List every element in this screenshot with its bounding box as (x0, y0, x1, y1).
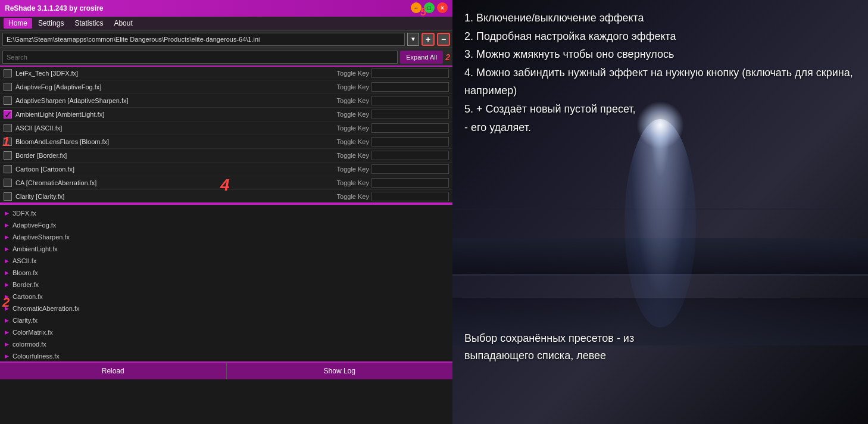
effect-checkbox[interactable] (4, 83, 12, 91)
effect-name: ASCII [ASCII.fx] (15, 124, 337, 132)
key-binding-box[interactable] (371, 151, 449, 160)
search-input[interactable] (2, 51, 398, 64)
remove-preset-button[interactable]: − (437, 33, 450, 46)
path-bar: ▼ + − (0, 30, 452, 48)
effects-list: LeiFx_Tech [3DFX.fx]Toggle KeyAdaptiveFo… (0, 66, 452, 202)
fx-arrow-icon: ▶ (5, 317, 9, 323)
effect-checkbox[interactable] (4, 124, 12, 132)
effect-row[interactable]: AdaptiveFog [AdaptiveFog.fx]Toggle Key (0, 80, 452, 94)
fx-list-item[interactable]: ▶ASCII.fx (0, 255, 452, 267)
info-line-6: - его удаляет. (464, 119, 862, 137)
effect-checkbox[interactable] (4, 96, 12, 105)
reload-button[interactable]: Reload (0, 363, 227, 379)
menu-bar: Home Settings Statistics About (0, 17, 452, 30)
path-input[interactable] (2, 33, 405, 46)
effect-row[interactable]: AdaptiveSharpen [AdaptiveSharpen.fx]Togg… (0, 94, 452, 108)
fx-filename: 3DFX.fx (13, 210, 36, 217)
info-line-5: 5. + Создаёт новый пустой пресет, (464, 100, 862, 119)
add-preset-button[interactable]: + (421, 33, 435, 46)
fx-list-item[interactable]: ▶Cartoon.fx (0, 291, 452, 303)
effect-row[interactable]: Clarity [Clarity.fx]Toggle Key (0, 190, 452, 202)
toggle-key-label: Toggle Key (337, 138, 369, 145)
key-binding-box[interactable] (371, 68, 449, 78)
fx-arrow-icon: ▶ (5, 246, 9, 252)
effect-checkbox[interactable] (4, 179, 12, 187)
path-dropdown-button[interactable]: ▼ (407, 33, 419, 46)
window-controls: 5 − □ × (411, 2, 448, 13)
effect-name: AdaptiveFog [AdaptiveFog.fx] (15, 83, 337, 91)
fx-filename: ColorMatrix.fx (13, 329, 53, 336)
menu-settings[interactable]: Settings (33, 18, 68, 29)
search-bar: Expand All 2 (0, 48, 452, 66)
info-line-3: 3. Можно жмякнуть чтобы оно свернулось (464, 45, 862, 64)
effect-row[interactable]: ✓AmbientLight [AmbientLight.fx]Toggle Ke… (0, 108, 452, 121)
key-binding-box[interactable] (371, 178, 449, 188)
select-line-1: Выбор сохранённых пресетов - из (464, 330, 862, 347)
info-line-1: 1. Включение/выключение эффекта (464, 9, 862, 27)
fx-list-item[interactable]: ▶AdaptiveFog.fx (0, 219, 452, 231)
effect-checkbox[interactable] (4, 165, 12, 173)
fx-list-item[interactable]: ▶Colourfulness.fx (0, 350, 452, 361)
fx-filename: Clarity.fx (13, 317, 38, 324)
fx-filename: AdaptiveFog.fx (13, 222, 56, 229)
effect-row[interactable]: CA [ChromaticAberration.fx]Toggle Key (0, 176, 452, 190)
fx-arrow-icon: ▶ (5, 329, 9, 335)
fx-arrow-icon: ▶ (5, 210, 9, 216)
fx-list-item[interactable]: ▶Bloom.fx (0, 267, 452, 279)
effect-name: LeiFx_Tech [3DFX.fx] (15, 70, 337, 77)
fx-list-item[interactable]: ▶AdaptiveSharpen.fx (0, 231, 452, 243)
effect-checkbox[interactable] (4, 192, 12, 201)
fx-list: ▶3DFX.fx▶AdaptiveFog.fx▶AdaptiveSharpen.… (0, 205, 452, 361)
fx-list-item[interactable]: ▶colormod.fx (0, 338, 452, 350)
effect-name: AmbientLight [AmbientLight.fx] (15, 111, 337, 118)
info-line-2: 2. Подробная настройка каждого эффекта (464, 27, 862, 46)
show-log-button[interactable]: Show Log (227, 363, 453, 379)
fx-arrow-icon: ▶ (5, 282, 9, 288)
effect-name: BloomAndLensFlares [Bloom.fx] (15, 138, 337, 145)
toggle-key-label: Toggle Key (337, 111, 369, 118)
toggle-key-label: Toggle Key (337, 97, 369, 104)
close-button[interactable]: × (437, 2, 448, 13)
bottom-bar: Reload Show Log (0, 361, 452, 379)
toggle-key-label: Toggle Key (337, 193, 369, 200)
effect-row[interactable]: Cartoon [Cartoon.fx]Toggle Key (0, 163, 452, 176)
fx-list-item[interactable]: ▶Border.fx (0, 279, 452, 291)
fx-list-item[interactable]: ▶ChromaticAberration.fx (0, 303, 452, 314)
light-beam (625, 119, 696, 328)
key-binding-box[interactable] (371, 137, 449, 146)
info-text-block: 1. Включение/выключение эффекта 2. Подро… (464, 9, 862, 136)
menu-home[interactable]: Home (4, 18, 32, 29)
effect-name: Border [Border.fx] (15, 152, 337, 159)
key-binding-box[interactable] (371, 123, 449, 133)
key-binding-box[interactable] (371, 82, 449, 92)
effect-checkbox[interactable] (4, 151, 12, 160)
effect-row[interactable]: BloomAndLensFlares [Bloom.fx]Toggle Key (0, 135, 452, 149)
toggle-key-label: Toggle Key (337, 70, 369, 77)
toggle-key-label: Toggle Key (337, 83, 369, 91)
fx-list-item[interactable]: ▶ColorMatrix.fx (0, 326, 452, 338)
effect-row[interactable]: ASCII [ASCII.fx]Toggle Key (0, 121, 452, 135)
effect-row[interactable]: LeiFx_Tech [3DFX.fx]Toggle Key (0, 67, 452, 80)
fx-arrow-icon: ▶ (5, 222, 9, 228)
menu-about[interactable]: About (109, 18, 137, 29)
expand-all-button[interactable]: Expand All (400, 51, 443, 64)
key-binding-box[interactable] (371, 96, 449, 105)
toggle-key-label: Toggle Key (337, 124, 369, 132)
fx-filename: Bloom.fx (13, 269, 38, 276)
fx-list-item[interactable]: ▶AmbientLight.fx (0, 243, 452, 255)
select-text-block: Выбор сохранённых пресетов - из выпадающ… (464, 330, 862, 364)
effect-checkbox[interactable] (4, 69, 12, 77)
fx-filename: Colourfulness.fx (13, 353, 60, 360)
key-binding-box[interactable] (371, 110, 449, 119)
fx-filename: ChromaticAberration.fx (13, 305, 80, 312)
annotation-5: 5 (420, 6, 426, 18)
effect-row[interactable]: Border [Border.fx]Toggle Key (0, 149, 452, 163)
key-binding-box[interactable] (371, 164, 449, 174)
key-binding-box[interactable] (371, 192, 449, 201)
fx-list-item[interactable]: ▶Clarity.fx (0, 314, 452, 326)
effect-checkbox[interactable]: ✓ (4, 110, 12, 119)
game-background: 1. Включение/выключение эффекта 2. Подро… (452, 0, 868, 424)
menu-statistics[interactable]: Statistics (70, 18, 108, 29)
fx-list-item[interactable]: ▶3DFX.fx (0, 207, 452, 219)
fx-filename: colormod.fx (13, 341, 46, 348)
